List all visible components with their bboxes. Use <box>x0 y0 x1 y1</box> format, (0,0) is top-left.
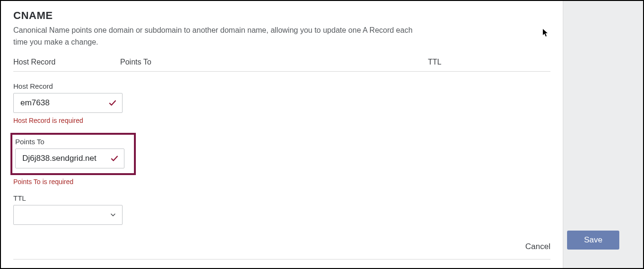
col-header-points-to: Points To <box>120 58 428 66</box>
cancel-button[interactable]: Cancel <box>525 241 550 251</box>
checkmark-icon <box>110 154 119 163</box>
save-button[interactable]: Save <box>567 231 619 250</box>
side-panel: Save <box>563 1 643 268</box>
host-record-input[interactable] <box>13 93 123 113</box>
checkmark-icon <box>108 99 117 107</box>
cursor-icon <box>542 28 549 37</box>
host-record-group: Host Record Host Record is required <box>13 82 550 124</box>
section-title: CNAME <box>13 9 550 22</box>
section-description: Canonical Name points one domain or subd… <box>13 25 417 48</box>
cname-form-panel: CNAME Canonical Name points one domain o… <box>1 1 563 268</box>
ttl-group: TTL <box>13 194 550 225</box>
col-header-host: Host Record <box>13 58 120 66</box>
points-to-input[interactable] <box>15 148 124 168</box>
points-to-label: Points To <box>15 138 129 146</box>
col-header-ttl: TTL <box>428 58 550 66</box>
form-footer: Cancel <box>13 241 550 260</box>
host-record-label: Host Record <box>13 82 550 90</box>
ttl-label: TTL <box>13 194 550 202</box>
column-headers: Host Record Points To TTL <box>13 58 550 72</box>
points-to-error: Points To is required <box>13 178 550 186</box>
chevron-down-icon <box>109 211 117 219</box>
ttl-select[interactable] <box>13 205 123 225</box>
host-record-error: Host Record is required <box>13 117 550 124</box>
points-to-group-highlight: Points To <box>10 133 136 175</box>
